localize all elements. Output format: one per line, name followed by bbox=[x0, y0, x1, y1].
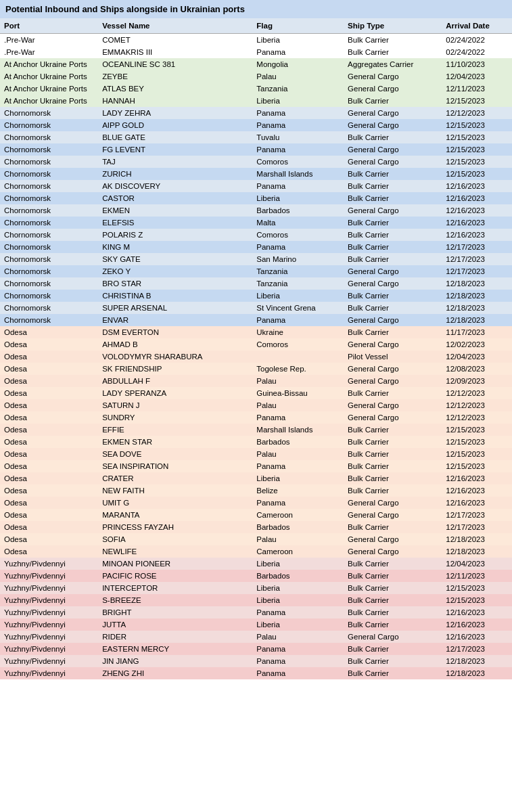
port-cell: Chornomorsk bbox=[0, 180, 98, 192]
vessel-cell: SOFIA bbox=[98, 533, 252, 545]
arrivaldate-cell: 12/12/2023 bbox=[442, 387, 512, 399]
shiptype-cell: General Cargo bbox=[344, 411, 442, 424]
arrivaldate-cell: 12/02/2023 bbox=[442, 338, 512, 351]
table-row: Yuzhny/PivdennyiZHENG ZHIPanamaBulk Carr… bbox=[0, 667, 512, 679]
table-row: ChornomorskZURICHMarshall IslandsBulk Ca… bbox=[0, 168, 512, 180]
flag-cell: Palau bbox=[252, 70, 344, 83]
arrivaldate-cell: 12/16/2023 bbox=[442, 484, 512, 497]
flag-cell: Liberia bbox=[252, 34, 344, 47]
table-row: ChornomorskEKMENBarbadosGeneral Cargo12/… bbox=[0, 204, 512, 217]
flag-cell: Panama bbox=[252, 643, 344, 655]
arrivaldate-cell: 12/17/2023 bbox=[442, 509, 512, 521]
table-row: ChornomorskSUPER ARSENALSt Vincent Grena… bbox=[0, 302, 512, 314]
shiptype-cell: Bulk Carrier bbox=[344, 302, 442, 314]
vessel-cell: EKMEN bbox=[98, 204, 252, 217]
arrivaldate-cell: 12/18/2023 bbox=[442, 667, 512, 679]
flag-cell: Barbados bbox=[252, 204, 344, 217]
arrivaldate-cell: 12/12/2023 bbox=[442, 107, 512, 119]
flag-cell: Liberia bbox=[252, 290, 344, 302]
arrivaldate-cell: 12/18/2023 bbox=[442, 277, 512, 290]
arrivaldate-cell: 12/18/2023 bbox=[442, 533, 512, 545]
port-cell: Odesa bbox=[0, 411, 98, 424]
vessel-cell: OCEANLINE SC 381 bbox=[98, 58, 252, 70]
table-row: OdesaDSM EVERTONUkraineBulk Carrier11/17… bbox=[0, 326, 512, 338]
flag-cell: Ukraine bbox=[252, 326, 344, 338]
shiptype-cell: Bulk Carrier bbox=[344, 655, 442, 667]
vessel-cell: RIDER bbox=[98, 631, 252, 643]
port-cell: Odesa bbox=[0, 351, 98, 363]
port-cell: .Pre-War bbox=[0, 34, 98, 47]
shiptype-cell: Bulk Carrier bbox=[344, 253, 442, 265]
port-cell: Odesa bbox=[0, 399, 98, 411]
port-cell: Chornomorsk bbox=[0, 302, 98, 314]
vessel-cell: ELEFSIS bbox=[98, 217, 252, 229]
vessel-cell: TAJ bbox=[98, 156, 252, 168]
table-row: ChornomorskELEFSISMaltaBulk Carrier12/16… bbox=[0, 217, 512, 229]
flag-cell: Mongolia bbox=[252, 58, 344, 70]
ships-table: Potential Inbound and Ships alongside in… bbox=[0, 0, 512, 679]
arrivaldate-cell: 12/18/2023 bbox=[442, 314, 512, 326]
port-cell: Odesa bbox=[0, 326, 98, 338]
port-cell: Odesa bbox=[0, 484, 98, 497]
shiptype-cell: General Cargo bbox=[344, 70, 442, 83]
flag-cell: Panama bbox=[252, 119, 344, 131]
shiptype-cell: Bulk Carrier bbox=[344, 326, 442, 338]
shiptype-cell: Bulk Carrier bbox=[344, 241, 442, 253]
port-cell: Yuzhny/Pivdennyi bbox=[0, 582, 98, 594]
vessel-cell: FG LEVENT bbox=[98, 143, 252, 156]
port-cell: Chornomorsk bbox=[0, 290, 98, 302]
flag-cell: Panama bbox=[252, 667, 344, 679]
port-cell: Yuzhny/Pivdennyi bbox=[0, 618, 98, 631]
arrivaldate-cell: 12/08/2023 bbox=[442, 363, 512, 375]
table-row: ChornomorskFG LEVENTPanamaGeneral Cargo1… bbox=[0, 143, 512, 156]
shiptype-cell: Bulk Carrier bbox=[344, 168, 442, 180]
table-row: ChornomorskBRO STARTanzaniaGeneral Cargo… bbox=[0, 277, 512, 290]
shiptype-cell: General Cargo bbox=[344, 83, 442, 95]
port-cell: Odesa bbox=[0, 387, 98, 399]
port-cell: Yuzhny/Pivdennyi bbox=[0, 594, 98, 606]
shiptype-cell: Bulk Carrier bbox=[344, 46, 442, 58]
port-cell: Chornomorsk bbox=[0, 265, 98, 277]
shiptype-cell: Bulk Carrier bbox=[344, 34, 442, 47]
arrivaldate-cell: 12/17/2023 bbox=[442, 265, 512, 277]
port-cell: Chornomorsk bbox=[0, 277, 98, 290]
shiptype-cell: Bulk Carrier bbox=[344, 606, 442, 618]
arrivaldate-cell: 12/18/2023 bbox=[442, 545, 512, 558]
flag-cell: Palau bbox=[252, 533, 344, 545]
flag-cell: Liberia bbox=[252, 192, 344, 204]
flag-cell: Barbados bbox=[252, 521, 344, 533]
shiptype-cell: Bulk Carrier bbox=[344, 290, 442, 302]
vessel-cell: SKY GATE bbox=[98, 253, 252, 265]
vessel-cell: BLUE GATE bbox=[98, 131, 252, 143]
port-cell: Chornomorsk bbox=[0, 253, 98, 265]
vessel-cell: EKMEN STAR bbox=[98, 436, 252, 448]
arrivaldate-cell: 12/16/2023 bbox=[442, 229, 512, 241]
flag-cell: Marshall Islands bbox=[252, 424, 344, 436]
arrivaldate-cell: 12/18/2023 bbox=[442, 302, 512, 314]
port-cell: Odesa bbox=[0, 375, 98, 387]
shiptype-cell: General Cargo bbox=[344, 631, 442, 643]
vessel-cell: AIPP GOLD bbox=[98, 119, 252, 131]
vessel-cell: KING M bbox=[98, 241, 252, 253]
vessel-cell: SEA INSPIRATION bbox=[98, 460, 252, 472]
vessel-cell: POLARIS Z bbox=[98, 229, 252, 241]
flag-cell: Panama bbox=[252, 46, 344, 58]
table-row: ChornomorskKING MPanamaBulk Carrier12/17… bbox=[0, 241, 512, 253]
vessel-cell: UMIT G bbox=[98, 497, 252, 509]
flag-cell: Liberia bbox=[252, 558, 344, 570]
vessel-cell: EFFIE bbox=[98, 424, 252, 436]
arrivaldate-cell: 12/15/2023 bbox=[442, 119, 512, 131]
shiptype-cell: General Cargo bbox=[344, 277, 442, 290]
shiptype-cell: Bulk Carrier bbox=[344, 448, 442, 460]
vessel-cell: SUPER ARSENAL bbox=[98, 302, 252, 314]
vessel-cell: ZHENG ZHI bbox=[98, 667, 252, 679]
port-cell: Odesa bbox=[0, 533, 98, 545]
table-row: ChornomorskENVARPanamaGeneral Cargo12/18… bbox=[0, 314, 512, 326]
arrivaldate-cell: 12/04/2023 bbox=[442, 351, 512, 363]
port-cell: Odesa bbox=[0, 460, 98, 472]
port-cell: Chornomorsk bbox=[0, 131, 98, 143]
table-row: Yuzhny/PivdennyiINTERCEPTORLiberiaBulk C… bbox=[0, 582, 512, 594]
table-row: Yuzhny/PivdennyiMINOAN PIONEERLiberiaBul… bbox=[0, 558, 512, 570]
arrivaldate-cell: 12/16/2023 bbox=[442, 497, 512, 509]
vessel-cell: MINOAN PIONEER bbox=[98, 558, 252, 570]
